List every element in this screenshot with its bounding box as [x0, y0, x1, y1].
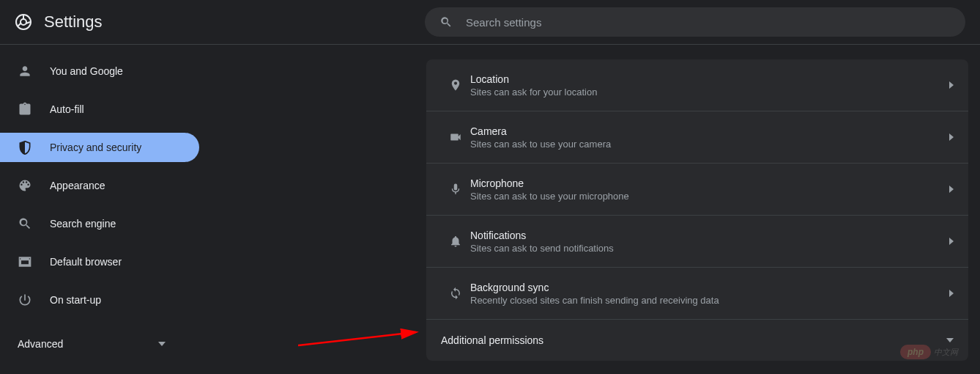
bell-icon — [441, 235, 470, 248]
setting-row-location[interactable]: Location Sites can ask for your location — [426, 59, 968, 111]
setting-title: Camera — [470, 125, 949, 137]
chevron-right-icon — [949, 238, 954, 245]
mic-icon — [441, 183, 470, 196]
sidebar-item-label: Auto-fill — [50, 103, 84, 115]
sidebar-item-autofill[interactable]: Auto-fill — [0, 95, 199, 124]
browser-icon — [18, 254, 32, 269]
body: You and Google Auto-fill Privacy and sec… — [0, 45, 980, 374]
search-icon — [439, 15, 453, 29]
sidebar-item-label: Search engine — [50, 218, 116, 230]
search-input[interactable] — [466, 16, 951, 29]
location-icon — [441, 78, 470, 92]
sidebar-item-label: Appearance — [50, 180, 105, 191]
setting-row-camera[interactable]: Camera Sites can ask to use your camera — [426, 111, 968, 164]
main-content: Location Sites can ask for your location… — [199, 45, 980, 374]
page-title: Settings — [44, 12, 103, 32]
chevron-down-icon — [158, 342, 166, 346]
additional-permissions-row[interactable]: Additional permissions — [426, 320, 968, 361]
sidebar-advanced[interactable]: Advanced — [0, 329, 183, 359]
sync-icon — [441, 287, 470, 300]
watermark-badge: php — [900, 345, 931, 359]
watermark: php中文网 — [900, 345, 958, 359]
chrome-icon — [15, 13, 32, 31]
chevron-down-icon — [946, 338, 954, 342]
sidebar-item-you-and-google[interactable]: You and Google — [0, 56, 199, 86]
setting-title: Microphone — [470, 177, 949, 189]
chevron-right-icon — [949, 290, 954, 297]
sidebar-item-on-startup[interactable]: On start-up — [0, 285, 199, 315]
sidebar-item-default-browser[interactable]: Default browser — [0, 247, 199, 276]
sidebar-item-search-engine[interactable]: Search engine — [0, 209, 199, 238]
chevron-right-icon — [949, 133, 954, 141]
clipboard-icon — [18, 102, 32, 117]
sidebar-item-label: On start-up — [50, 294, 101, 306]
sidebar-item-label: Default browser — [50, 256, 122, 268]
person-icon — [18, 64, 32, 78]
camera-icon — [441, 131, 470, 144]
watermark-tail: 中文网 — [934, 348, 958, 356]
header: Settings — [0, 0, 980, 45]
sidebar-item-privacy-security[interactable]: Privacy and security — [0, 133, 199, 162]
svg-point-1 — [21, 19, 26, 25]
shield-icon — [18, 140, 32, 155]
setting-row-notifications[interactable]: Notifications Sites can ask to send noti… — [426, 216, 968, 268]
additional-permissions-label: Additional permissions — [441, 334, 946, 346]
setting-title: Location — [470, 73, 949, 85]
sidebar-item-label: Privacy and security — [50, 142, 141, 153]
sidebar-item-appearance[interactable]: Appearance — [0, 171, 199, 200]
setting-desc: Sites can ask to send notifications — [470, 243, 949, 254]
setting-row-microphone[interactable]: Microphone Sites can ask to use your mic… — [426, 164, 968, 216]
chevron-right-icon — [949, 81, 954, 89]
sidebar: You and Google Auto-fill Privacy and sec… — [0, 45, 199, 374]
setting-desc: Sites can ask to use your camera — [470, 139, 949, 150]
annotation-arrow — [298, 323, 430, 353]
power-icon — [18, 293, 32, 307]
logo-area: Settings — [15, 12, 425, 32]
setting-desc: Recently closed sites can finish sending… — [470, 295, 949, 306]
setting-desc: Sites can ask for your location — [470, 87, 949, 98]
sidebar-item-label: You and Google — [50, 65, 123, 77]
setting-desc: Sites can ask to use your microphone — [470, 191, 949, 202]
settings-list: Location Sites can ask for your location… — [426, 59, 968, 361]
setting-title: Notifications — [470, 230, 949, 241]
setting-title: Background sync — [470, 282, 949, 293]
search-bar[interactable] — [425, 7, 965, 37]
svg-line-3 — [298, 332, 415, 345]
palette-icon — [18, 178, 32, 193]
search-icon — [18, 216, 32, 231]
setting-row-background-sync[interactable]: Background sync Recently closed sites ca… — [426, 268, 968, 320]
chevron-right-icon — [949, 186, 954, 193]
advanced-label: Advanced — [18, 338, 63, 350]
